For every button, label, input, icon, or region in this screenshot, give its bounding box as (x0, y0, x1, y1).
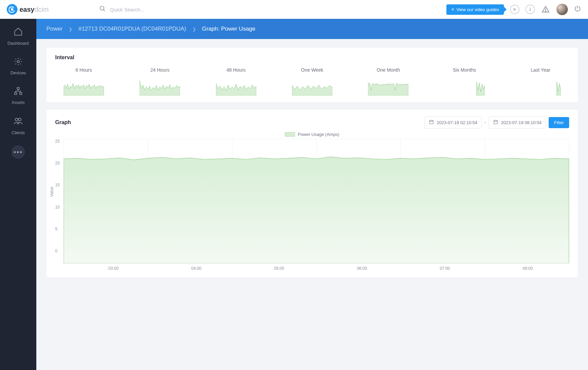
search-wrap (99, 5, 245, 14)
svg-rect-15 (430, 120, 433, 124)
interval-thumb-icon (64, 77, 104, 96)
svg-point-9 (17, 61, 20, 63)
interval-label: 6 Hours (75, 67, 92, 73)
chart-area: Value 25 20 15 10 5 0 (55, 139, 569, 263)
alert-icon[interactable] (541, 5, 550, 14)
topbar-right: ✕ View our video guides (446, 4, 581, 15)
sidebar-item-devices[interactable]: Devices (0, 52, 36, 80)
sidebar-item-dashboard[interactable]: Dashboard (0, 22, 36, 50)
interval-six-months[interactable]: Six Months (436, 67, 493, 96)
y-tick: 10 (55, 205, 60, 210)
interval-thumb-icon (368, 77, 408, 96)
legend-swatch-icon (285, 132, 295, 137)
y-axis-label: Value (49, 187, 54, 197)
chevron-right-icon: ❯ (69, 27, 72, 32)
x-tick: 06:00 (357, 266, 367, 271)
logo[interactable]: easydcim (7, 4, 49, 15)
main: Power ❯ #12713 DC04R01PDUA (DC04R01PDUA)… (36, 19, 588, 370)
x-axis: 03:00 04:00 05:00 06:00 07:00 08:00 (55, 263, 569, 271)
users-icon (13, 116, 23, 128)
svg-point-13 (15, 118, 18, 121)
interval-panel-title: Interval (55, 54, 569, 61)
interval-48-hours[interactable]: 48 Hours (208, 67, 265, 96)
interval-one-week[interactable]: One Week (284, 67, 341, 96)
breadcrumb-link-power[interactable]: Power (46, 26, 63, 32)
power-icon[interactable] (574, 5, 581, 14)
x-tick: 07:00 (440, 266, 450, 271)
sidebar-item-clients[interactable]: Clients (0, 112, 36, 140)
date-from-input[interactable]: 2023-07-19 02:10:54 (425, 116, 482, 128)
interval-label: 24 Hours (150, 67, 170, 73)
x-tick: 05:00 (274, 266, 284, 271)
calendar-icon (429, 119, 434, 125)
x-tick: 04:00 (191, 266, 201, 271)
svg-rect-5 (530, 9, 530, 11)
svg-rect-11 (14, 92, 17, 94)
interval-thumb-icon (216, 77, 256, 96)
graph-panel-title: Graph (55, 119, 71, 125)
y-tick: 15 (55, 183, 60, 187)
chart-plot[interactable] (64, 139, 569, 263)
y-tick: 0 (55, 249, 60, 253)
y-tick: 5 (55, 227, 60, 231)
interval-label: Six Months (453, 67, 476, 73)
calendar-icon (493, 119, 498, 125)
content: Interval 6 Hours 24 Hours 48 Hours (36, 39, 588, 286)
sidebar-item-label: Assets (11, 100, 25, 105)
date-to-value: 2023-07-19 08:10:54 (501, 120, 542, 125)
interval-6-hours[interactable]: 6 Hours (55, 67, 112, 96)
graph-controls: 2023-07-19 02:10:54 - 2023-07-19 08:10:5… (425, 116, 569, 128)
legend-label: Power Usage (Amps) (298, 132, 339, 137)
logo-text: easydcim (20, 6, 49, 13)
interval-last-year[interactable]: Last Year (512, 67, 569, 96)
graph-panel: Graph 2023-07-19 02:10:54 - (46, 110, 578, 278)
interval-label: 48 Hours (226, 67, 246, 73)
svg-point-14 (19, 118, 21, 121)
search-input[interactable] (110, 7, 245, 12)
interval-one-month[interactable]: One Month (360, 67, 417, 96)
x-tick: 08:00 (523, 266, 533, 271)
date-to-input[interactable]: 2023-07-19 08:10:54 (489, 116, 546, 128)
sidebar-item-label: Devices (10, 70, 26, 75)
interval-thumb-icon (140, 77, 180, 96)
chart-legend: Power Usage (Amps) (55, 132, 569, 137)
svg-line-2 (103, 9, 105, 11)
svg-point-0 (11, 9, 13, 10)
chevron-right-icon: ❯ (192, 27, 196, 32)
breadcrumb-current: Graph: Power Usage (202, 26, 256, 32)
gear-icon (14, 57, 23, 68)
svg-point-7 (545, 11, 546, 11)
svg-point-4 (530, 8, 530, 8)
interval-label: One Month (377, 67, 400, 73)
breadcrumb-link-device[interactable]: #12713 DC04R01PDUA (DC04R01PDUA) (78, 26, 186, 32)
chart-svg (64, 139, 569, 263)
interval-thumb-icon (520, 77, 561, 96)
svg-marker-3 (514, 8, 516, 11)
interval-thumb-icon (292, 77, 332, 96)
interval-panel: Interval 6 Hours 24 Hours 48 Hours (46, 48, 578, 102)
interval-label: One Week (301, 67, 323, 73)
close-icon: ✕ (451, 7, 454, 12)
avatar[interactable] (556, 4, 568, 15)
date-range-separator: - (484, 119, 486, 125)
y-ticks: 25 20 15 10 5 0 (55, 139, 60, 253)
x-tick: 03:00 (108, 266, 118, 271)
interval-24-hours[interactable]: 24 Hours (131, 67, 188, 96)
sidebar-item-assets[interactable]: Assets (0, 82, 36, 110)
sidebar-item-label: Dashboard (7, 41, 29, 46)
play-icon[interactable] (510, 5, 519, 14)
date-from-value: 2023-07-19 02:10:54 (437, 120, 477, 125)
sidebar-item-label: Clients (11, 130, 25, 135)
svg-rect-19 (494, 120, 498, 124)
info-icon[interactable] (525, 5, 535, 14)
graph-header: Graph 2023-07-19 02:10:54 - (55, 116, 569, 128)
svg-rect-10 (17, 87, 20, 89)
topbar: easydcim ✕ View our video guides (0, 0, 588, 19)
filter-button[interactable]: Filter (549, 117, 569, 128)
video-guide-button[interactable]: ✕ View our video guides (446, 4, 504, 15)
search-icon[interactable] (99, 5, 106, 14)
sidebar-more-button[interactable]: ••• (11, 145, 25, 159)
y-tick: 25 (55, 139, 60, 144)
breadcrumb: Power ❯ #12713 DC04R01PDUA (DC04R01PDUA)… (36, 19, 588, 39)
interval-label: Last Year (531, 67, 550, 73)
